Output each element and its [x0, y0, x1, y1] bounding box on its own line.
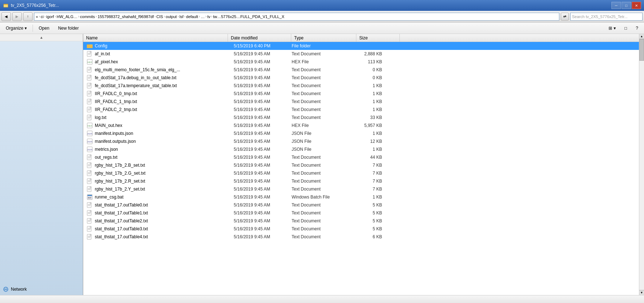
file-type: Windows Batch File — [289, 195, 350, 200]
hex-icon: HEX — [86, 58, 93, 65]
content-area: ▲ Network Name Date modif — [0, 34, 644, 295]
table-row[interactable]: elg_multi_memo_footer_15c.fe_smia_elg_..… — [83, 66, 639, 74]
file-type: Text Document — [289, 51, 350, 56]
help-button[interactable]: ? — [633, 24, 641, 33]
text-icon — [86, 217, 93, 225]
table-row[interactable]: IIR_FADLC_1_tmp.txt5/16/2019 9:45 AMText… — [83, 98, 639, 106]
file-type: Text Document — [289, 99, 350, 104]
bat-icon: BAT — [86, 193, 93, 201]
file-name: rgby_hist_17b_2.G_set.txt — [93, 171, 231, 176]
table-row[interactable]: JSONmanifest.inputs.json5/16/2019 9:45 A… — [83, 129, 639, 137]
file-date: 5/16/2019 9:45 AM — [231, 115, 289, 120]
table-row[interactable]: fe_dcdStat_17a.temperature_stat_table.tx… — [83, 82, 639, 90]
table-row[interactable]: stat_thstat_17.outTable2.txt5/16/2019 9:… — [83, 217, 639, 225]
file-name: Config — [93, 43, 231, 48]
refresh-button[interactable]: ⇄ — [561, 13, 569, 21]
scroll-up[interactable]: ▲ — [639, 34, 644, 39]
table-row[interactable]: rgby_hist_17b_2.Y_set.txt5/16/2019 9:45 … — [83, 185, 639, 193]
table-row[interactable]: fe_dcdStat_17a.debug_in_to_out_table.txt… — [83, 74, 639, 82]
table-row[interactable]: BATrunme_csg.bat5/16/2019 9:45 AMWindows… — [83, 193, 639, 201]
file-list-container[interactable]: Config5/15/2019 6:40 PMFile folderaf_in.… — [83, 42, 639, 295]
file-type: HEX File — [289, 123, 350, 128]
new-folder-button[interactable]: New folder — [55, 24, 81, 33]
text-icon — [86, 201, 93, 209]
search-placeholder: Search tv_2X5_5776x25_Tetr... — [572, 14, 628, 19]
folder-icon — [86, 42, 93, 50]
up-strip[interactable]: ▲ — [0, 34, 83, 41]
table-row[interactable]: rgby_hist_17b_2.G_set.txt5/16/2019 9:45 … — [83, 169, 639, 177]
table-row[interactable]: stat_thstat_17.outTable3.txt5/16/2019 9:… — [83, 225, 639, 233]
json-icon: JSON — [86, 146, 93, 153]
table-row[interactable]: HEXaf_pixel.hex5/16/2019 9:45 AMHEX File… — [83, 58, 639, 66]
scroll-down[interactable]: ▼ — [639, 290, 644, 295]
table-row[interactable]: stat_thstat_17.outTable4.txt5/16/2019 9:… — [83, 233, 639, 241]
file-type: Text Document — [289, 226, 350, 231]
address-box[interactable]: « › ci › igorf › HW_ALG… › commits › 155… — [34, 13, 559, 21]
svg-text:JSON: JSON — [87, 141, 93, 143]
table-row[interactable]: af_in.txt5/16/2019 9:45 AMText Document2… — [83, 50, 639, 58]
table-row[interactable]: log.txt5/16/2019 9:45 AMText Document33 … — [83, 114, 639, 121]
right-pane: Name Date modified Type Size Config5/15/… — [83, 34, 639, 295]
file-size: 44 KB — [350, 155, 386, 160]
file-name: af_pixel.hex — [93, 59, 231, 64]
file-type: JSON File — [289, 139, 350, 144]
file-date: 5/16/2019 9:45 AM — [231, 147, 289, 152]
table-row[interactable]: rgby_hist_17b_2.B_set.txt5/16/2019 9:45 … — [83, 161, 639, 169]
file-name: elg_multi_memo_footer_15c.fe_smia_elg_..… — [93, 67, 231, 72]
col-header-size[interactable]: Size — [356, 34, 400, 42]
file-name: fe_dcdStat_17a.temperature_stat_table.tx… — [93, 83, 231, 88]
table-row[interactable]: Config5/15/2019 6:40 PMFile folder — [83, 42, 639, 50]
file-type: Text Document — [289, 107, 350, 112]
close-button[interactable]: ✕ — [632, 2, 641, 9]
back-button[interactable]: ◀ — [1, 12, 11, 21]
open-button[interactable]: Open — [36, 24, 52, 33]
forward-button[interactable]: ▶ — [12, 12, 22, 21]
file-name: manifest.outputs.json — [93, 139, 231, 144]
file-type: Text Document — [289, 234, 350, 239]
scrollbar[interactable]: ▲ ▼ — [639, 34, 644, 295]
toolbar: Organize ▾ Open New folder ⊞ ▾ □ ? — [0, 22, 644, 34]
col-header-date[interactable]: Date modified — [228, 34, 291, 42]
file-name: IIR_FADLC_0_tmp.txt — [93, 91, 231, 96]
file-type: Text Document — [289, 67, 350, 72]
table-row[interactable]: IIR_FADLC_2_tmp.txt5/16/2019 9:45 AMText… — [83, 106, 639, 114]
file-type: Text Document — [289, 210, 350, 215]
table-row[interactable]: JSONmanifest.outputs.json5/16/2019 9:45 … — [83, 137, 639, 145]
search-box[interactable]: Search tv_2X5_5776x25_Tetr... — [570, 13, 643, 21]
text-icon — [86, 185, 93, 193]
text-icon — [86, 162, 93, 169]
file-name: MAIN_out.hex — [93, 123, 231, 128]
file-name: out_regs.txt — [93, 155, 231, 160]
file-size: 12 KB — [350, 139, 386, 144]
sidebar: ▲ Network — [0, 34, 83, 295]
svg-point-5 — [5, 289, 7, 290]
organize-button[interactable]: Organize ▾ — [3, 24, 30, 33]
col-header-name[interactable]: Name — [83, 34, 228, 42]
table-row[interactable]: stat_thstat_17.outTable0.txt5/16/2019 9:… — [83, 201, 639, 209]
scroll-thumb[interactable] — [639, 39, 644, 61]
status-bar — [0, 295, 644, 303]
window: tv_2X5_5776x256_Tetr... ─ □ ✕ ◀ ▶ ↑ « › … — [0, 0, 644, 303]
file-size: 1 KB — [350, 99, 386, 104]
json-icon: JSON — [86, 138, 93, 145]
sidebar-item-network[interactable]: Network — [0, 283, 83, 295]
up-button[interactable]: ↑ — [23, 12, 33, 21]
table-row[interactable]: JSONmetrics.json5/16/2019 9:45 AMJSON Fi… — [83, 145, 639, 153]
text-icon — [86, 66, 93, 73]
file-type: Text Document — [289, 115, 350, 120]
table-row[interactable]: out_regs.txt5/16/2019 9:45 AMText Docume… — [83, 153, 639, 161]
maximize-button[interactable]: □ — [622, 2, 631, 9]
table-row[interactable]: HEXMAIN_out.hex5/16/2019 9:45 AMHEX File… — [83, 121, 639, 129]
text-icon — [86, 90, 93, 97]
minimize-button[interactable]: ─ — [611, 2, 621, 9]
col-header-type[interactable]: Type — [291, 34, 356, 42]
table-row[interactable]: rgby_hist_17b_2.R_set.txt5/16/2019 9:45 … — [83, 177, 639, 185]
table-row[interactable]: IIR_FADLC_0_tmp.txt5/16/2019 9:45 AMText… — [83, 90, 639, 98]
view-options-button[interactable]: ⊞ ▾ — [606, 24, 619, 33]
hide-pane-button[interactable]: □ — [622, 24, 630, 33]
svg-text:BAT: BAT — [88, 197, 91, 199]
address-bar-area: ◀ ▶ ↑ « › ci › igorf › HW_ALG… › commits… — [0, 11, 644, 22]
table-row[interactable]: stat_thstat_17.outTable1.txt5/16/2019 9:… — [83, 209, 639, 217]
svg-text:HEX: HEX — [88, 125, 92, 127]
file-size: 7 KB — [350, 187, 386, 192]
